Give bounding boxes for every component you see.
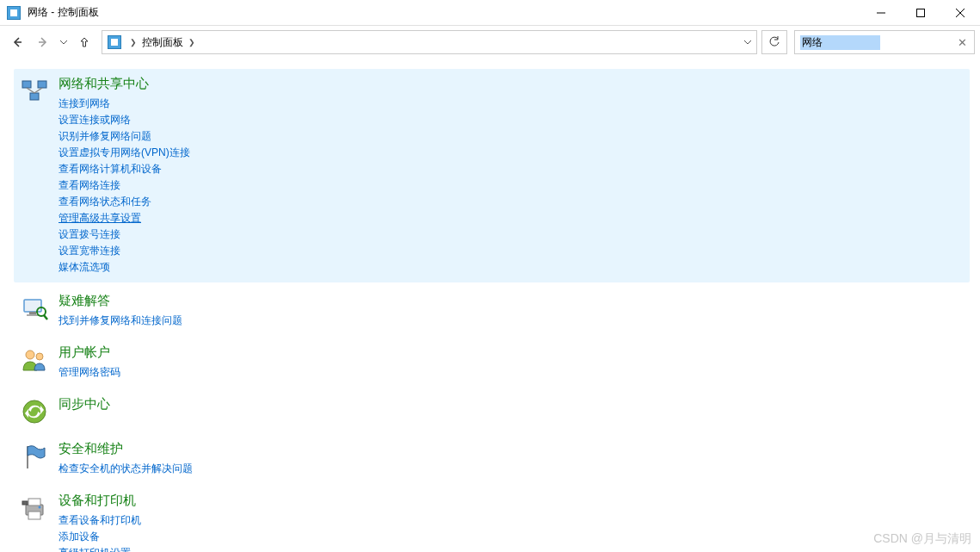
address-dropdown[interactable]	[739, 31, 756, 53]
close-button[interactable]	[940, 0, 980, 26]
link-view-connections[interactable]: 查看网络连接	[59, 177, 966, 194]
category-network-sharing: 网络和共享中心连接到网络设置连接或网络识别并修复网络问题设置虚拟专用网络(VPN…	[14, 69, 970, 282]
breadcrumb-root[interactable]: 控制面板	[140, 31, 185, 53]
maximize-button[interactable]	[901, 0, 940, 26]
link-view-status[interactable]: 查看网络状态和任务	[59, 194, 966, 210]
back-button[interactable]	[5, 30, 29, 54]
user-accounts-icon	[21, 346, 48, 374]
recent-locations-button[interactable]	[57, 30, 71, 54]
svg-rect-22	[28, 512, 40, 519]
svg-line-9	[27, 88, 34, 93]
link-setup-vpn[interactable]: 设置虚拟专用网络(VPN)连接	[59, 145, 966, 161]
window-title: 网络 - 控制面板	[28, 5, 861, 20]
category-title-devices-printers[interactable]: 设备和打印机	[59, 493, 966, 509]
svg-rect-8	[30, 93, 39, 100]
link-add-device[interactable]: 添加设备	[59, 529, 966, 545]
content-area: 网络和共享中心连接到网络设置连接或网络识别并修复网络问题设置虚拟专用网络(VPN…	[0, 59, 980, 552]
svg-rect-21	[28, 499, 40, 505]
category-title-network-sharing[interactable]: 网络和共享中心	[59, 76, 966, 92]
link-setup-dialup[interactable]: 设置拨号连接	[59, 226, 966, 243]
category-title-security-maintenance[interactable]: 安全和维护	[59, 441, 966, 457]
svg-rect-7	[38, 81, 46, 88]
search-input[interactable]: 网络	[800, 35, 880, 50]
link-find-fix-network[interactable]: 找到并修复网络和连接问题	[59, 313, 966, 329]
category-sync-center: 同步中心	[17, 393, 966, 429]
link-manage-passwords[interactable]: 管理网络密码	[59, 364, 966, 381]
forward-button[interactable]	[31, 30, 55, 54]
link-connect-network[interactable]: 连接到网络	[59, 96, 966, 112]
link-view-printers[interactable]: 查看设备和打印机	[59, 512, 966, 529]
svg-line-10	[34, 88, 42, 93]
clear-search-button[interactable]: ✕	[956, 36, 969, 49]
troubleshoot-icon	[21, 295, 48, 322]
up-button[interactable]	[72, 30, 96, 54]
category-user-accounts: 用户帐户管理网络密码	[17, 341, 966, 384]
svg-rect-24	[22, 501, 28, 505]
refresh-button[interactable]	[761, 30, 787, 54]
category-security-maintenance: 安全和维护检查安全机的状态并解决问题	[17, 437, 966, 481]
navigation-bar: ❯ 控制面板 ❯ 网络 ✕	[0, 26, 980, 59]
svg-rect-1	[917, 9, 925, 16]
window-controls	[861, 0, 980, 26]
category-troubleshooting: 疑难解答找到并修复网络和连接问题	[17, 289, 966, 332]
category-title-troubleshooting[interactable]: 疑难解答	[59, 293, 966, 309]
printer-icon	[21, 494, 48, 522]
category-title-sync-center[interactable]: 同步中心	[59, 396, 966, 412]
title-bar: 网络 - 控制面板	[0, 0, 980, 26]
minimize-button[interactable]	[861, 0, 901, 26]
svg-rect-6	[22, 81, 31, 88]
link-media-streaming[interactable]: 媒体流选项	[59, 259, 966, 276]
search-box[interactable]: 网络 ✕	[794, 30, 975, 54]
flag-icon	[21, 443, 48, 470]
svg-point-23	[39, 506, 41, 509]
link-advanced-printer[interactable]: 高级打印机设置	[59, 545, 966, 552]
link-view-devices[interactable]: 查看网络计算机和设备	[59, 161, 966, 177]
control-panel-icon	[7, 6, 21, 20]
svg-rect-11	[24, 300, 41, 312]
link-advanced-sharing[interactable]: 管理高级共享设置	[59, 210, 966, 226]
network-sharing-icon	[21, 78, 48, 105]
address-bar[interactable]: ❯ 控制面板 ❯	[102, 30, 757, 54]
category-devices-printers: 设备和打印机查看设备和打印机添加设备高级打印机设置添加蓝牙设备设备管理器	[17, 489, 966, 552]
svg-rect-12	[29, 312, 36, 314]
link-setup-connection[interactable]: 设置连接或网络	[59, 112, 966, 128]
address-icon	[108, 35, 121, 49]
svg-point-17	[36, 353, 43, 360]
sync-icon	[21, 398, 48, 425]
category-title-user-accounts[interactable]: 用户帐户	[59, 344, 966, 361]
svg-rect-13	[27, 314, 39, 316]
link-identify-fix[interactable]: 识别并修复网络问题	[59, 128, 966, 145]
link-check-security[interactable]: 检查安全机的状态并解决问题	[59, 461, 966, 477]
crumb-separator[interactable]: ❯	[185, 31, 199, 53]
svg-point-16	[26, 350, 34, 359]
svg-line-15	[44, 315, 47, 319]
crumb-separator[interactable]: ❯	[126, 31, 140, 53]
link-setup-broadband[interactable]: 设置宽带连接	[59, 243, 966, 259]
